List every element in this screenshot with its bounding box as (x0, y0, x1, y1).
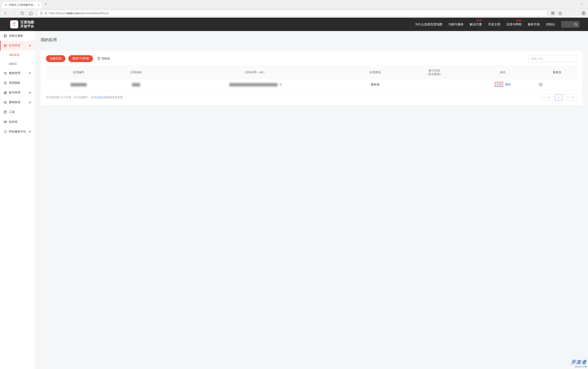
nav-upgrade[interactable]: 服务升级 (528, 22, 540, 26)
logo-icon: du (10, 20, 18, 28)
header-search[interactable] (561, 21, 579, 28)
settings-link[interactable]: 设置 (495, 82, 503, 87)
sidebar-item-quota[interactable]: 额度管理 ▼ (0, 68, 35, 78)
nav-features[interactable]: 功能与服务 (449, 22, 464, 26)
search-icon (574, 22, 578, 26)
content-card: 创建应用 离线TTS申请 回收站 应用编号 应用名称 访问应用（AK） 应用类别… (41, 51, 582, 105)
col-usage: 量量查 (537, 66, 577, 79)
bookmark-icon[interactable] (558, 11, 562, 15)
footer-text: 您当前创建了1个应用，还可创建9个，完成企业认证解锁更多数量 (46, 96, 123, 99)
svg-rect-16 (5, 44, 7, 45)
apps-icon (4, 44, 7, 47)
top-nav: 为什么选择百度地图 功能与服务 NEW !解决方案 开发文档 NEW !反馈与帮… (415, 21, 579, 28)
page-1-button[interactable]: 1 (555, 94, 562, 100)
cell-app-name: ████ (132, 83, 140, 86)
apps-table: 应用编号 应用名称 访问应用（AK） 应用类别 备注信息 （双击更改） 操作 量… (46, 66, 577, 90)
nav-docs[interactable]: 开发文档 (488, 22, 500, 26)
enterprise-cert-link[interactable]: 企业认证 (96, 96, 107, 99)
chevron-down-icon: ▼ (28, 130, 31, 133)
tab-bar: 控制台 | 百度地图开放平台 × + (0, 0, 588, 9)
user-icon (4, 91, 7, 94)
col-action: 操作 (469, 66, 537, 79)
sidebar-item-ticket[interactable]: 工单 (0, 107, 35, 117)
svg-rect-12 (4, 35, 7, 37)
delete-link[interactable]: 删除 (505, 83, 511, 86)
svg-rect-5 (553, 14, 554, 14)
dashboard-icon (4, 34, 7, 38)
nav-why[interactable]: 为什么选择百度地图 (415, 22, 442, 26)
pagination: 上一页 1 下一页 (540, 94, 577, 100)
url-bar[interactable]: https://lbsyun.baidu.com/apiconsole/key#… (37, 10, 547, 16)
url-text: https://lbsyun.baidu.com/apiconsole/key#… (49, 11, 545, 15)
toolbar: 创建应用 离线TTS申请 回收站 (46, 55, 577, 62)
col-app-id: 应用编号 (46, 66, 111, 79)
reload-button[interactable] (20, 10, 25, 16)
site-logo[interactable]: du 百度地图 开放平台 (10, 20, 34, 29)
logo-text: 百度地图 开放平台 (20, 20, 34, 29)
sidebar-sub-myapps[interactable]: 我的应用 (0, 50, 35, 60)
svg-point-19 (4, 72, 5, 73)
svg-rect-2 (551, 12, 552, 13)
chevron-down-icon: ▼ (28, 72, 31, 75)
usage-chart-icon[interactable] (539, 83, 575, 86)
svg-rect-15 (4, 44, 5, 45)
site-header: du 百度地图 开放平台 为什么选择百度地图 功能与服务 NEW !解决方案 开… (0, 18, 588, 31)
next-page-button[interactable]: 下一页 (564, 94, 577, 100)
ticket-icon (4, 110, 7, 114)
recycle-bin-button[interactable]: 回收站 (97, 57, 110, 60)
create-app-button[interactable]: 创建应用 (46, 55, 65, 62)
cell-app-type: 服务端 (350, 79, 400, 90)
tab-list-dropdown-icon[interactable] (578, 3, 586, 6)
col-ak: 访问应用（AK） (161, 66, 351, 79)
sidebar-item-billing[interactable]: 费用管理 ▼ (0, 98, 35, 107)
nav-feedback[interactable]: NEW !反馈与帮助 (506, 22, 522, 26)
main-content: 我的应用 创建应用 离线TTS申请 回收站 应用编号 应用名称 访问应用（AK） (35, 31, 588, 369)
mail-icon (4, 120, 7, 124)
account-icon[interactable] (581, 11, 586, 15)
tab-title: 控制台 | 百度地图开放平台 (9, 3, 36, 7)
copy-icon[interactable] (279, 83, 282, 86)
sidebar-sub-recycle[interactable]: 回收站 (0, 60, 35, 68)
browser-nav-bar: https://lbsyun.baidu.com/apiconsole/key#… (0, 9, 588, 18)
prev-page-button[interactable]: 上一页 (540, 94, 553, 100)
svg-marker-7 (559, 12, 562, 15)
new-tab-button[interactable]: + (43, 1, 49, 7)
cell-remark[interactable] (400, 79, 469, 90)
sidebar-item-license[interactable]: 商用授权 (0, 78, 35, 88)
layout: 控制台看板 应用管理 ▼ 我的应用 回收站 额度管理 ▼ 商用授权 账号管理 ▼… (0, 31, 588, 369)
sidebar-item-inbox[interactable]: 站内信 (0, 117, 35, 127)
svg-point-9 (583, 12, 584, 13)
chevron-down-icon: ▼ (28, 44, 31, 47)
svg-point-0 (6, 4, 6, 5)
table-footer: 您当前创建了1个应用，还可创建9个，完成企业认证解锁更多数量 上一页 1 下一页 (46, 94, 577, 100)
col-app-type: 应用类别 (350, 66, 400, 79)
sidebar-item-account[interactable]: 账号管理 ▼ (0, 88, 35, 98)
page-title: 我的应用 (41, 37, 582, 43)
svg-point-10 (574, 23, 577, 25)
sidebar-item-dashboard[interactable]: 控制台看板 (0, 31, 35, 41)
sidebar-item-apps[interactable]: 应用管理 ▼ (0, 41, 35, 50)
offline-tts-button[interactable]: 离线TTS申请 (68, 55, 93, 62)
browser-chrome: 控制台 | 百度地图开放平台 × + https://l (0, 0, 588, 18)
sidebar-item-special[interactable]: 特色服务平台 ▼ (0, 127, 35, 137)
chevron-down-icon: ▼ (28, 101, 31, 104)
col-remark: 备注信息 （双击更改） (400, 66, 469, 79)
back-button[interactable] (2, 10, 8, 16)
forward-button[interactable] (11, 10, 17, 16)
svg-rect-17 (4, 46, 5, 47)
home-button[interactable] (28, 10, 34, 16)
browser-tab[interactable]: 控制台 | 百度地图开放平台 × (2, 1, 42, 9)
nav-solutions[interactable]: NEW !解决方案 (470, 22, 482, 26)
svg-rect-4 (551, 14, 552, 15)
svg-line-11 (576, 25, 577, 26)
chevron-down-icon: ▼ (28, 91, 31, 94)
heart-icon (4, 130, 7, 133)
ak-search-input[interactable] (528, 55, 577, 62)
tab-close-icon[interactable]: × (38, 3, 40, 7)
qr-icon[interactable] (551, 11, 555, 15)
svg-rect-3 (553, 12, 554, 13)
nav-console[interactable]: 控制台 (546, 22, 555, 26)
col-app-name: 应用名称 (111, 66, 161, 79)
lock-icon (44, 12, 47, 15)
quota-icon (4, 72, 7, 75)
